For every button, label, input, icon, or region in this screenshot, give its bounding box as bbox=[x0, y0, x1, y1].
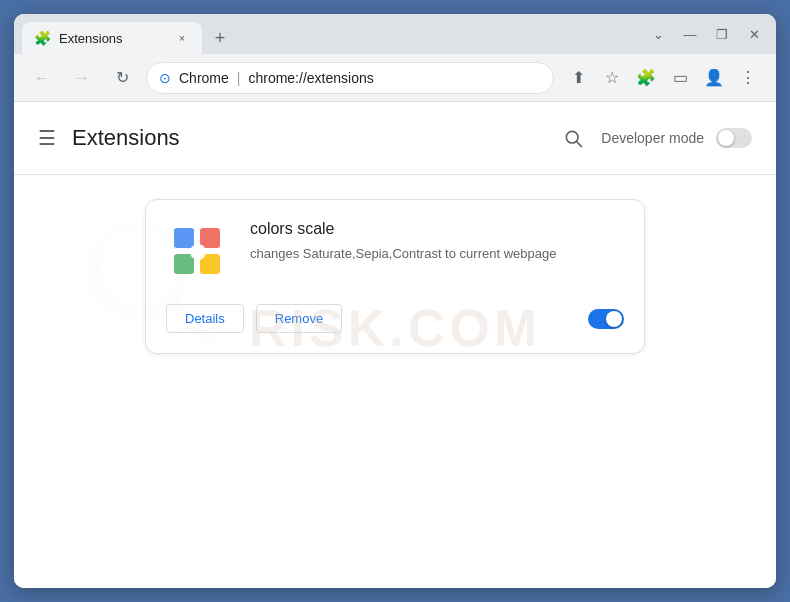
extension-toggle-knob bbox=[606, 311, 622, 327]
site-name: Chrome bbox=[179, 70, 229, 86]
extensions-icon[interactable]: 🧩 bbox=[630, 62, 662, 94]
window-controls: ⌄ — ❐ ✕ bbox=[644, 20, 768, 48]
chrome-icon: ⊙ bbox=[159, 70, 171, 86]
extension-card-top: colors scale changes Saturate,Sepia,Cont… bbox=[166, 220, 624, 284]
close-button[interactable]: ✕ bbox=[740, 20, 768, 48]
address-bar[interactable]: ⊙ Chrome | chrome://extensions bbox=[146, 62, 554, 94]
extension-description: changes Saturate,Sepia,Contrast to curre… bbox=[250, 244, 624, 264]
hamburger-menu-icon[interactable]: ☰ bbox=[38, 126, 56, 150]
page-content: ☰ Extensions Developer mode bbox=[14, 102, 776, 588]
extension-name: colors scale bbox=[250, 220, 624, 238]
header-actions: Developer mode bbox=[557, 122, 752, 154]
menu-icon[interactable]: ⋮ bbox=[732, 62, 764, 94]
bookmark-icon[interactable]: ☆ bbox=[596, 62, 628, 94]
profile-icon[interactable]: 👤 bbox=[698, 62, 730, 94]
extension-enable-toggle[interactable] bbox=[588, 309, 624, 329]
extension-card: colors scale changes Saturate,Sepia,Cont… bbox=[145, 199, 645, 354]
developer-mode-toggle[interactable] bbox=[716, 128, 752, 148]
extension-info: colors scale changes Saturate,Sepia,Cont… bbox=[250, 220, 624, 284]
tab-title: Extensions bbox=[59, 31, 166, 46]
extension-card-bottom: Details Remove bbox=[166, 304, 624, 333]
new-tab-button[interactable]: + bbox=[206, 24, 234, 52]
refresh-button[interactable]: ↻ bbox=[106, 62, 138, 94]
address-url: chrome://extensions bbox=[248, 70, 373, 86]
address-separator: | bbox=[237, 70, 241, 86]
svg-rect-4 bbox=[174, 228, 194, 248]
svg-rect-5 bbox=[200, 228, 220, 248]
active-tab[interactable]: 🧩 Extensions × bbox=[22, 22, 202, 54]
search-button[interactable] bbox=[557, 122, 589, 154]
title-bar: 🧩 Extensions × + ⌄ — ❐ ✕ bbox=[14, 14, 776, 54]
toggle-knob bbox=[718, 130, 734, 146]
search-icon bbox=[563, 128, 583, 148]
chevron-down-button[interactable]: ⌄ bbox=[644, 20, 672, 48]
maximize-button[interactable]: ❐ bbox=[708, 20, 736, 48]
extension-icon-wrapper bbox=[166, 220, 230, 284]
tab-area: 🧩 Extensions × + bbox=[22, 14, 644, 54]
developer-mode-label: Developer mode bbox=[601, 130, 704, 146]
forward-button[interactable]: → bbox=[66, 62, 98, 94]
extension-icon bbox=[170, 224, 226, 280]
back-button[interactable]: ← bbox=[26, 62, 58, 94]
toolbar: ← → ↻ ⊙ Chrome | chrome://extensions ⬆ ☆… bbox=[14, 54, 776, 102]
extensions-header: ☰ Extensions Developer mode bbox=[14, 102, 776, 175]
svg-rect-6 bbox=[174, 254, 194, 274]
browser-window: 🧩 Extensions × + ⌄ — ❐ ✕ ← → ↻ ⊙ Chrome … bbox=[14, 14, 776, 588]
remove-button[interactable]: Remove bbox=[256, 304, 342, 333]
extensions-list-area: colors scale changes Saturate,Sepia,Cont… bbox=[14, 175, 776, 378]
tab-close-button[interactable]: × bbox=[174, 30, 190, 46]
details-button[interactable]: Details bbox=[166, 304, 244, 333]
share-icon[interactable]: ⬆ bbox=[562, 62, 594, 94]
side-panel-icon[interactable]: ▭ bbox=[664, 62, 696, 94]
page-title: Extensions bbox=[72, 125, 541, 151]
svg-point-8 bbox=[190, 244, 206, 260]
minimize-button[interactable]: — bbox=[676, 20, 704, 48]
tab-extension-icon: 🧩 bbox=[34, 30, 51, 46]
svg-line-1 bbox=[577, 142, 582, 147]
toolbar-actions: ⬆ ☆ 🧩 ▭ 👤 ⋮ bbox=[562, 62, 764, 94]
